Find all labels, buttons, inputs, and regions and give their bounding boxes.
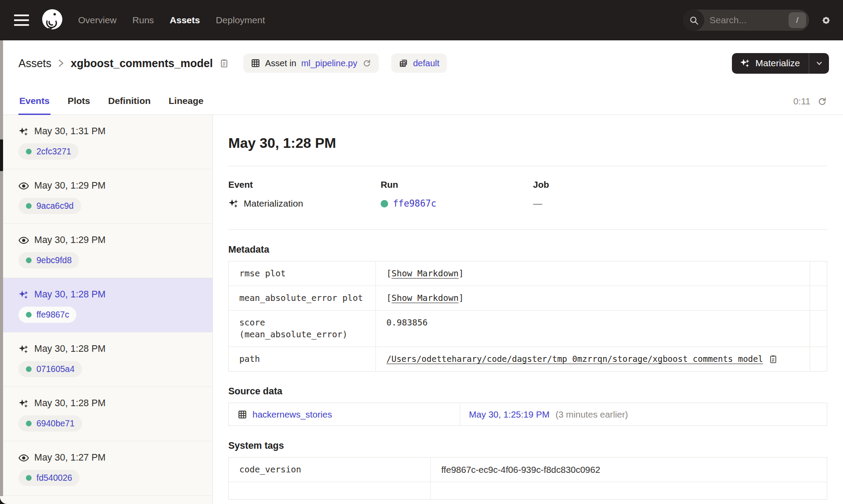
source-data-heading: Source data	[228, 386, 827, 397]
search-shortcut-key: /	[789, 12, 806, 28]
storage-path-link[interactable]: /Users/odetteharary/code/dagster/tmp_0mz…	[386, 353, 763, 365]
bracket: [	[386, 268, 392, 279]
run-id-badge[interactable]: 9aca6c9d	[18, 198, 81, 214]
run-id-badge[interactable]: 071605a4	[18, 361, 82, 377]
observation-eye-icon	[18, 235, 29, 246]
event-list-item[interactable]: May 30, 1:28 PM 071605a4	[0, 332, 213, 387]
metadata-value: [Show Markdown]	[376, 261, 810, 286]
run-id: 9aca6c9d	[36, 201, 74, 211]
table-row: path /Users/odetteharary/code/dagster/tm…	[229, 347, 827, 372]
materialization-sparkle-icon	[228, 198, 239, 209]
event-list-item[interactable]: May 30, 1:29 PM 9aca6c9d	[0, 169, 213, 224]
job-value: —	[533, 198, 542, 209]
materialize-button[interactable]: Materialize	[732, 53, 809, 74]
tab-definition[interactable]: Definition	[107, 96, 151, 115]
system-tags-heading: System tags	[228, 440, 827, 451]
run-status-dot	[26, 312, 32, 318]
refresh-timer: 0:11	[793, 96, 811, 107]
row-gutter	[810, 347, 827, 372]
run-id-badge[interactable]: 2cfc3271	[18, 143, 79, 160]
hamburger-menu-icon[interactable]	[14, 13, 32, 28]
event-detail-panel: May 30, 1:28 PM Event Materialization Ru…	[213, 115, 843, 504]
asset-tabs: Events Plots Definition Lineage 0:11	[0, 86, 843, 115]
run-status-dot	[26, 475, 32, 481]
job-label: Job	[533, 179, 685, 190]
metadata-table: rmse plot [Show Markdown] mean_absolute_…	[228, 261, 827, 372]
event-list-item[interactable]: May 30, 1:28 PM 6940be71	[0, 387, 213, 441]
run-id-link[interactable]: ffe9867c	[393, 198, 436, 209]
materialize-label: Materialize	[755, 58, 800, 68]
nav-overview[interactable]: Overview	[78, 15, 117, 25]
run-status-dot	[26, 366, 32, 372]
show-markdown-link[interactable]: Show Markdown	[392, 268, 459, 279]
copy-path-icon[interactable]	[768, 354, 778, 364]
table-row: hackernews_stories May 30, 1:25:19 PM (3…	[229, 403, 827, 426]
run-id: fd540026	[36, 473, 72, 483]
sparkle-icon	[740, 58, 750, 68]
table-row: mean_absolute_error plot [Show Markdown]	[229, 286, 827, 311]
definition-file-link[interactable]: ml_pipeline.py	[301, 58, 357, 68]
system-tags-table: code_version ffe9867c-ec9c-4f06-939c-f8d…	[228, 457, 827, 500]
event-list-item[interactable]: May 30, 1:31 PM 2cfc3271	[0, 115, 213, 169]
run-id: 071605a4	[36, 364, 75, 374]
metadata-value: 0.983856	[376, 311, 810, 347]
source-asset-link[interactable]: hackernews_stories	[252, 408, 332, 420]
global-search: /	[683, 10, 809, 31]
event-detail-heading: May 30, 1:28 PM	[228, 135, 827, 151]
search-input[interactable]	[704, 15, 789, 25]
bracket: [	[386, 293, 392, 303]
asset-group-label: default	[413, 58, 440, 68]
asset-title: xgboost_comments_model	[71, 57, 213, 70]
table-row	[229, 482, 827, 500]
tag-key: code_version	[229, 458, 431, 482]
source-data-table: hackernews_stories May 30, 1:25:19 PM (3…	[228, 403, 827, 426]
reload-definition-icon[interactable]	[362, 59, 371, 68]
run-status-dot	[26, 203, 32, 209]
table-grid-icon	[238, 410, 247, 419]
tab-plots[interactable]: Plots	[67, 96, 91, 115]
metadata-key: rmse plot	[229, 261, 376, 286]
event-list-item[interactable]: May 30, 1:29 PM 9ebc9fd8	[0, 224, 213, 278]
asset-group-icon	[399, 58, 408, 68]
event-time: May 30, 1:27 PM	[34, 452, 106, 463]
nav-runs[interactable]: Runs	[133, 15, 154, 25]
tag-value: ffe9867c-ec9c-4f06-939c-f8dc830c0962	[431, 458, 827, 482]
materialize-dropdown-button[interactable]	[809, 53, 829, 74]
metadata-heading: Metadata	[228, 244, 827, 255]
nav-assets[interactable]: Assets	[170, 15, 200, 25]
run-label: Run	[381, 179, 533, 190]
row-gutter	[810, 311, 827, 347]
show-markdown-link[interactable]: Show Markdown	[392, 293, 459, 303]
run-id-badge[interactable]: ffe9867c	[18, 307, 76, 323]
event-list-item[interactable]: May 30, 1:27 PM fd540026	[0, 441, 213, 496]
observation-eye-icon	[18, 181, 29, 191]
event-time: May 30, 1:29 PM	[34, 235, 106, 246]
source-timestamp-link[interactable]: May 30, 1:25:19 PM	[469, 409, 549, 419]
table-row: score (mean_absolute_error) 0.983856	[229, 311, 827, 347]
run-id-badge[interactable]: fd540026	[18, 470, 79, 486]
primary-nav: Overview Runs Assets Deployment	[78, 15, 265, 25]
dagster-logo[interactable]	[42, 9, 62, 31]
tab-lineage[interactable]: Lineage	[168, 96, 204, 115]
event-time: May 30, 1:31 PM	[34, 126, 106, 137]
run-id: ffe9867c	[36, 310, 69, 320]
chevron-down-icon	[815, 59, 824, 68]
metadata-key: path	[229, 347, 376, 372]
event-time: May 30, 1:28 PM	[34, 398, 106, 409]
nav-deployment[interactable]: Deployment	[216, 15, 265, 25]
run-status-dot	[26, 149, 32, 154]
table-row: rmse plot [Show Markdown]	[229, 261, 827, 286]
metadata-value: [Show Markdown]	[376, 286, 810, 311]
run-id-badge[interactable]: 6940be71	[18, 415, 82, 432]
event-list-item-selected[interactable]: May 30, 1:28 PM ffe9867c	[0, 278, 213, 332]
refresh-icon[interactable]	[817, 97, 827, 107]
copy-asset-name-icon[interactable]	[219, 58, 229, 68]
tab-events[interactable]: Events	[18, 96, 50, 115]
breadcrumb-assets-link[interactable]: Assets	[18, 57, 51, 70]
run-id-badge[interactable]: 9ebc9fd8	[18, 252, 79, 268]
event-label: Event	[228, 179, 381, 190]
asset-group-badge[interactable]: default	[391, 54, 447, 73]
asset-definition-badge: Asset in ml_pipeline.py	[243, 54, 379, 73]
gear-icon[interactable]	[821, 15, 832, 26]
definition-prefix: Asset in	[265, 58, 296, 68]
